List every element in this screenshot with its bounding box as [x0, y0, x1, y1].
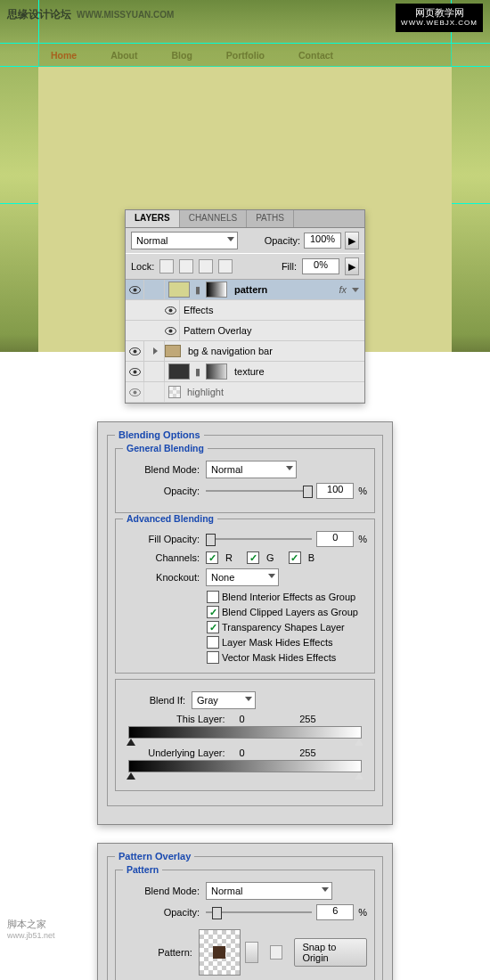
po-opacity-input[interactable]: 6: [316, 904, 354, 920]
opacity-flyout[interactable]: ▶: [345, 232, 359, 249]
knockout-label: Knockout:: [123, 572, 201, 583]
folder-icon: [165, 345, 181, 357]
visibility-icon[interactable]: [126, 341, 144, 361]
mask-thumb[interactable]: [206, 363, 227, 380]
layer-pattern[interactable]: ▮ pattern fx: [126, 280, 364, 300]
layer-thumb[interactable]: [168, 386, 181, 398]
fx-pattern-overlay-row[interactable]: Pattern Overlay: [126, 321, 364, 341]
panel-tabs: LAYERS CHANNELS PATHS: [126, 210, 364, 228]
pattern-label: Pattern:: [123, 947, 194, 958]
nav-portfolio[interactable]: Portfolio: [226, 50, 265, 61]
visibility-icon[interactable]: [161, 321, 180, 340]
fill-flyout[interactable]: ▶: [345, 257, 359, 275]
channel-g-checkbox[interactable]: [247, 551, 259, 564]
layer-list: ▮ pattern fx Effects Pattern Overlay bg …: [126, 280, 364, 403]
lock-label: Lock:: [131, 261, 154, 272]
new-preset-icon[interactable]: [270, 945, 283, 960]
watermark-bottom-left: 脚本之家 www.jb51.net: [7, 918, 55, 940]
site-nav: Home About Blog Portfolio Contact: [38, 44, 452, 67]
fill-opacity-label: Fill Opacity:: [123, 534, 201, 544]
snap-to-origin-button[interactable]: Snap to Origin: [294, 938, 367, 967]
pattern-overlay-panel: Pattern Overlay Pattern Blend Mode: Norm…: [97, 843, 393, 980]
svg-point-5: [168, 329, 172, 332]
pattern-fieldset: Pattern Blend Mode: Normal Opacity: 6 % …: [115, 870, 375, 980]
nav-contact[interactable]: Contact: [298, 50, 333, 61]
fill-opacity-input[interactable]: 0: [316, 531, 354, 547]
svg-point-3: [168, 308, 172, 312]
blend-mode-label: Blend Mode:: [123, 464, 201, 475]
blend-row: Normal Opacity: 100% ▶: [126, 228, 364, 253]
blend-clipped-checkbox[interactable]: [207, 606, 219, 618]
svg-point-7: [133, 349, 136, 353]
channel-b-checkbox[interactable]: [289, 551, 301, 564]
tab-channels[interactable]: CHANNELS: [180, 210, 247, 227]
visibility-icon[interactable]: [126, 362, 144, 381]
blend-if-label: Blend If:: [123, 695, 187, 706]
layer-mask-hides-checkbox[interactable]: [207, 636, 219, 649]
transparency-shapes-checkbox[interactable]: [207, 621, 219, 633]
watermark-top-left: 思缘设计论坛WWW.MISSYUAN.COM: [7, 7, 174, 22]
opacity-label: Opacity:: [265, 235, 300, 246]
blending-options-panel: Blending Options General Blending Blend …: [97, 421, 393, 825]
svg-point-1: [133, 288, 136, 291]
visibility-icon[interactable]: [161, 300, 180, 320]
fill-opacity-slider[interactable]: [206, 534, 312, 544]
link-icon[interactable]: ▮: [193, 366, 202, 378]
underlying-label: Underlying Layer:: [130, 747, 239, 758]
opacity-label: Opacity:: [123, 486, 201, 496]
blending-options-fieldset: Blending Options General Blending Blend …: [107, 435, 383, 806]
knockout-select[interactable]: None: [206, 568, 279, 586]
layer-thumb[interactable]: [168, 363, 190, 380]
channels-label: Channels:: [123, 552, 201, 563]
fx-effects-row[interactable]: Effects: [126, 300, 364, 321]
layer-group-bgnav[interactable]: bg & navigation bar: [126, 341, 364, 362]
opacity-input[interactable]: 100: [316, 483, 354, 499]
watermark-top-right: 网页教学网 WWW.WEBJX.COM: [396, 4, 483, 32]
tab-paths[interactable]: PATHS: [247, 210, 294, 227]
fill-input[interactable]: 0%: [302, 258, 339, 274]
lock-row: Lock: Fill: 0% ▶: [126, 253, 364, 280]
nav-blog[interactable]: Blog: [172, 50, 192, 61]
opacity-label: Opacity:: [123, 907, 201, 918]
folder-toggle-icon[interactable]: [153, 347, 158, 355]
this-layer-track[interactable]: [128, 726, 362, 739]
layer-texture[interactable]: ▮ texture: [126, 362, 364, 382]
general-blending-fieldset: General Blending Blend Mode: Normal Opac…: [115, 448, 375, 513]
lock-transparency-icon[interactable]: [159, 259, 174, 274]
layers-panel: LAYERS CHANNELS PATHS Normal Opacity: 10…: [125, 209, 365, 404]
visibility-icon[interactable]: [126, 382, 144, 402]
fx-toggle-icon[interactable]: [352, 288, 359, 292]
pattern-picker-flyout[interactable]: [245, 942, 258, 963]
this-layer-label: This Layer:: [130, 714, 239, 724]
blend-mode-select[interactable]: Normal: [206, 461, 297, 478]
lock-pixels-icon[interactable]: [179, 259, 193, 274]
visibility-icon[interactable]: [126, 280, 144, 299]
tab-layers[interactable]: LAYERS: [126, 210, 180, 227]
vector-mask-hides-checkbox[interactable]: [207, 651, 219, 664]
underlying-track[interactable]: [128, 760, 362, 772]
lock-position-icon[interactable]: [199, 259, 213, 274]
channel-r-checkbox[interactable]: [206, 551, 218, 564]
nav-home[interactable]: Home: [51, 50, 77, 61]
opacity-slider[interactable]: [206, 486, 312, 496]
blend-interior-checkbox[interactable]: [207, 591, 219, 603]
blend-mode-select[interactable]: Normal: [131, 232, 238, 249]
fill-label: Fill:: [282, 261, 297, 272]
svg-point-9: [133, 370, 136, 373]
blend-if-select[interactable]: Gray: [192, 691, 256, 709]
blend-mode-label: Blend Mode:: [123, 886, 201, 896]
link-icon[interactable]: ▮: [193, 284, 202, 296]
pattern-swatch[interactable]: [199, 929, 241, 976]
mask-thumb[interactable]: [206, 282, 227, 298]
svg-point-11: [133, 390, 136, 394]
lock-all-icon[interactable]: [218, 259, 233, 274]
opacity-input[interactable]: 100%: [304, 233, 341, 249]
layer-highlight[interactable]: highlight: [126, 382, 364, 403]
po-opacity-slider[interactable]: [206, 907, 312, 918]
nav-about[interactable]: About: [110, 50, 137, 61]
fx-badge[interactable]: fx: [339, 284, 347, 295]
pattern-overlay-fieldset: Pattern Overlay Pattern Blend Mode: Norm…: [107, 856, 383, 980]
po-blend-mode-select[interactable]: Normal: [206, 882, 332, 900]
advanced-blending-fieldset: Advanced Blending Fill Opacity: 0 % Chan…: [115, 519, 375, 674]
layer-thumb[interactable]: [168, 282, 190, 298]
